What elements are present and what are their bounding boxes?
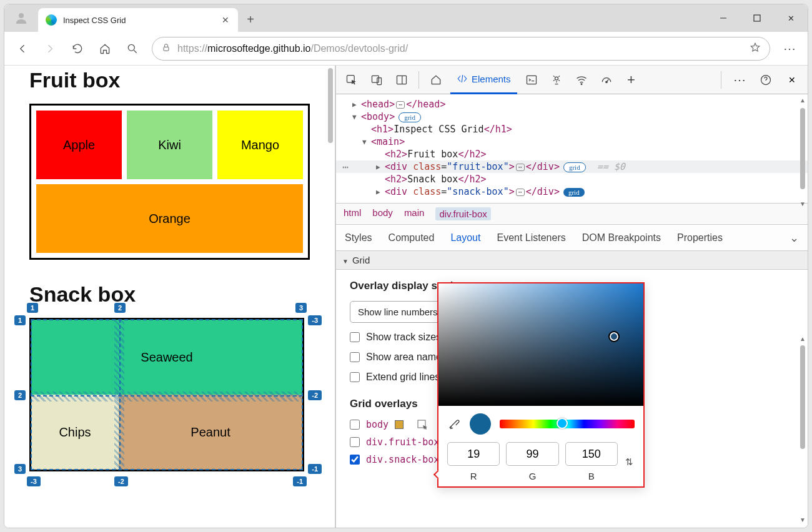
cell-orange: Orange <box>36 184 303 253</box>
svg-point-11 <box>555 77 558 80</box>
tab-properties[interactable]: Properties <box>677 232 723 244</box>
close-devtools-icon[interactable]: ✕ <box>781 69 803 91</box>
more-tabs-icon[interactable]: + <box>621 69 642 91</box>
cell-peanut: Peanut <box>119 395 302 470</box>
color-format-toggle[interactable]: ⇅ <box>624 456 635 468</box>
page-scrollbar[interactable] <box>326 68 335 525</box>
maximize-button[interactable] <box>740 4 774 32</box>
console-icon[interactable] <box>521 69 542 91</box>
color-r-input[interactable] <box>447 442 500 466</box>
devtools-scrollbar[interactable]: ▲▼ <box>799 96 806 208</box>
grid-label: -2 <box>308 390 322 400</box>
browser-toolbar: https://microsoftedge.github.io/Demos/de… <box>4 32 808 66</box>
styles-pane-tabs: Styles Computed Layout Event Listeners D… <box>336 225 808 251</box>
browser-tab[interactable]: Inspect CSS Grid ✕ <box>38 8 238 32</box>
settings-icon[interactable]: ⋯ <box>729 69 750 91</box>
grid-label: -1 <box>308 464 322 474</box>
heading-snack-box: Snack box <box>29 282 310 307</box>
overlay-body-checkbox[interactable] <box>350 420 360 430</box>
edge-icon <box>46 14 57 26</box>
more-tabs-chevron-icon[interactable]: ⌄ <box>790 231 799 245</box>
home-button[interactable] <box>92 36 118 61</box>
dom-selected-node[interactable]: ▶<div class="fruit-box">⋯</div>grid== $0 <box>336 160 808 173</box>
welcome-icon[interactable] <box>425 69 447 91</box>
devtools-tabbar: Elements + ⋯ ✕ <box>336 66 808 94</box>
svg-point-3 <box>128 44 134 51</box>
color-g-input[interactable] <box>506 442 558 466</box>
lock-icon[interactable] <box>161 42 171 54</box>
eyedropper-icon[interactable] <box>447 416 461 432</box>
crumb-body[interactable]: body <box>372 207 393 220</box>
fruit-box-grid: Apple Kiwi Mango Orange <box>29 104 310 260</box>
grid-label: -3 <box>27 476 41 486</box>
page-viewport: Fruit box Apple Kiwi Mango Orange Snack … <box>4 66 335 528</box>
find-button[interactable] <box>119 36 146 61</box>
tab-computed[interactable]: Computed <box>389 232 435 244</box>
grid-label: -1 <box>293 476 307 486</box>
window-titlebar: Inspect CSS Grid ✕ + ✕ <box>4 4 808 32</box>
close-window-button[interactable]: ✕ <box>774 4 808 32</box>
cell-kiwi: Kiwi <box>127 111 212 179</box>
color-b-input[interactable] <box>565 442 618 466</box>
refresh-button[interactable] <box>64 36 91 61</box>
svg-rect-7 <box>377 77 382 84</box>
overlay-fruit-checkbox[interactable] <box>350 437 360 447</box>
back-button[interactable] <box>9 36 36 61</box>
svg-point-12 <box>581 83 582 84</box>
snack-box-grid: Seaweed Chips Peanut <box>29 318 304 471</box>
forward-button <box>37 36 63 61</box>
grid-section-header[interactable]: Grid <box>336 251 808 270</box>
menu-button[interactable]: ⋯ <box>776 36 803 61</box>
grid-label: -2 <box>114 476 128 486</box>
sv-cursor[interactable] <box>610 332 618 341</box>
tab-elements[interactable]: Elements <box>450 66 517 94</box>
breadcrumb[interactable]: html body main div.fruit-box <box>336 203 808 225</box>
hue-handle[interactable] <box>557 418 568 429</box>
tab-styles[interactable]: Styles <box>345 232 372 244</box>
svg-rect-2 <box>754 15 760 21</box>
swatch-body[interactable] <box>395 420 404 429</box>
network-icon[interactable] <box>571 69 592 91</box>
performance-icon[interactable] <box>596 69 617 91</box>
tab-event-listeners[interactable]: Event Listeners <box>497 232 565 244</box>
crumb-selected[interactable]: div.fruit-box <box>435 207 490 220</box>
svg-point-13 <box>605 81 607 83</box>
cell-mango: Mango <box>217 111 303 179</box>
color-picker-popover[interactable]: R G B ⇅ <box>437 282 645 488</box>
inspect-element-icon[interactable] <box>341 69 362 91</box>
favorite-icon[interactable] <box>750 42 761 55</box>
close-tab-icon[interactable]: ✕ <box>220 15 230 25</box>
hue-slider[interactable] <box>500 420 635 428</box>
reveal-icon[interactable] <box>417 420 428 430</box>
tab-layout[interactable]: Layout <box>450 232 480 244</box>
help-icon[interactable] <box>755 69 776 91</box>
cell-seaweed: Seaweed <box>31 320 302 395</box>
cell-apple: Apple <box>36 111 122 179</box>
svg-rect-8 <box>397 76 407 84</box>
svg-rect-6 <box>372 76 379 82</box>
grid-label: 2 <box>14 390 26 400</box>
cell-chips: Chips <box>31 395 119 470</box>
saturation-value-field[interactable] <box>438 283 643 406</box>
layout-scrollbar[interactable]: ▲▼ <box>799 334 806 524</box>
heading-fruit-box: Fruit box <box>29 68 310 92</box>
new-tab-button[interactable]: + <box>238 7 263 32</box>
crumb-html[interactable]: html <box>344 207 361 220</box>
crumb-main[interactable]: main <box>404 207 425 220</box>
profile-icon[interactable] <box>4 4 38 32</box>
address-bar[interactable]: https://microsoftedge.github.io/Demos/de… <box>152 37 770 61</box>
dock-side-icon[interactable] <box>391 69 412 91</box>
grid-label: 1 <box>14 315 26 325</box>
svg-point-0 <box>19 13 24 18</box>
url-text: https://microsoftedge.github.io/Demos/de… <box>177 43 743 54</box>
tab-title: Inspect CSS Grid <box>63 16 214 25</box>
line-numbers-select[interactable]: Show line numbers <box>350 301 446 323</box>
device-emulation-icon[interactable] <box>366 69 387 91</box>
svg-rect-4 <box>164 47 169 51</box>
tab-dom-breakpoints[interactable]: DOM Breakpoints <box>582 232 661 244</box>
overlay-snack-checkbox[interactable] <box>350 455 360 465</box>
minimize-button[interactable] <box>706 4 740 32</box>
dom-tree[interactable]: ▶<head>⋯</head> ▼<body>grid <h1>Inspect … <box>336 94 808 203</box>
sources-icon[interactable] <box>546 69 567 91</box>
svg-rect-10 <box>527 76 536 84</box>
